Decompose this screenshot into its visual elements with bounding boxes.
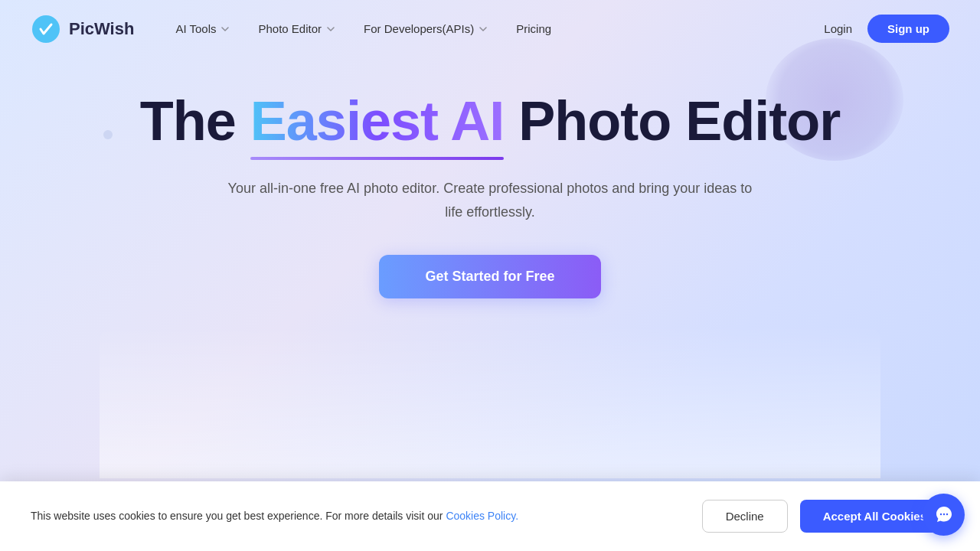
svg-point-3 xyxy=(946,513,947,514)
cta-button[interactable]: Get Started for Free xyxy=(379,255,600,298)
cookie-buttons: Decline Accept All Cookies xyxy=(702,500,949,533)
cookie-banner: This website uses cookies to ensure you … xyxy=(0,481,980,551)
svg-point-0 xyxy=(32,15,60,43)
cookie-policy-link[interactable]: Cookies Policy. xyxy=(446,510,518,522)
decline-button[interactable]: Decline xyxy=(702,500,788,533)
hero-section: The Easiest AI Photo Editor Your all-in-… xyxy=(0,57,980,298)
hero-heading: The Easiest AI Photo Editor xyxy=(140,88,840,154)
nav-right: Login Sign up xyxy=(824,15,949,43)
nav-item-photo-editor[interactable]: Photo Editor xyxy=(247,16,347,41)
nav-links: AI Tools Photo Editor For Developers(API… xyxy=(165,16,824,41)
login-button[interactable]: Login xyxy=(824,22,852,35)
navbar: PicWish AI Tools Photo Editor For Develo… xyxy=(0,0,980,57)
logo-link[interactable]: PicWish xyxy=(31,14,134,44)
cookie-message: This website uses cookies to ensure you … xyxy=(31,508,518,524)
signup-button[interactable]: Sign up xyxy=(867,15,949,43)
preview-area xyxy=(100,325,880,478)
heading-gradient: Easiest AI xyxy=(250,88,505,154)
chat-support-button[interactable] xyxy=(923,494,965,536)
nav-item-ai-tools[interactable]: AI Tools xyxy=(165,16,241,41)
heading-prefix: The xyxy=(140,90,250,152)
logo-icon xyxy=(31,14,61,44)
hero-subtext: Your all-in-one free AI photo editor. Cr… xyxy=(222,177,758,223)
logo-text: PicWish xyxy=(69,19,134,39)
chevron-down-icon xyxy=(325,24,336,34)
heading-suffix: Photo Editor xyxy=(504,90,840,152)
nav-item-developers[interactable]: For Developers(APIs) xyxy=(353,16,499,41)
svg-point-1 xyxy=(939,513,941,514)
chat-icon xyxy=(934,505,954,525)
svg-point-2 xyxy=(942,513,944,514)
chevron-down-icon xyxy=(220,24,230,34)
chevron-down-icon xyxy=(478,24,488,34)
nav-item-pricing[interactable]: Pricing xyxy=(505,16,562,41)
